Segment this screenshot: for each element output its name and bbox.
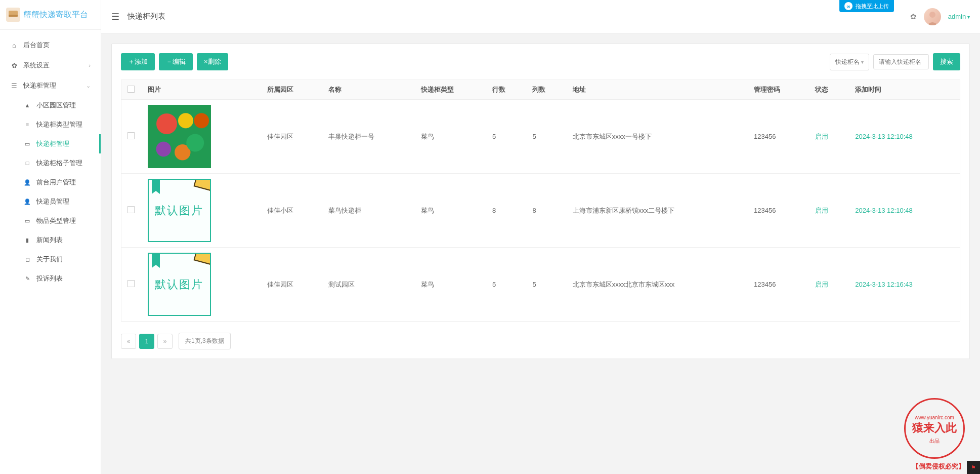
page-next[interactable]: » bbox=[157, 334, 173, 349]
cell-password: 123456 bbox=[748, 100, 809, 174]
nav-community[interactable]: ▲小区园区管理 bbox=[9, 96, 101, 115]
cell-cols: 5 bbox=[526, 248, 566, 322]
nav-label: 小区园区管理 bbox=[36, 101, 76, 110]
nav-front-user[interactable]: 👤前台用户管理 bbox=[9, 173, 101, 192]
cell-cols: 8 bbox=[526, 174, 566, 248]
th-created: 添加时间 bbox=[849, 80, 960, 100]
nav-sub-locker: ▲小区园区管理 ≡快递柜类型管理 ▭快递柜管理 □快递柜格子管理 👤前台用户管理… bbox=[0, 96, 101, 288]
cell-address: 上海市浦东新区康桥镇xxx二号楼下 bbox=[567, 174, 748, 248]
cell-created: 2024-3-13 12:10:48 bbox=[849, 174, 960, 248]
search-button[interactable]: 搜索 bbox=[933, 53, 960, 70]
cell-address: 北京市东城区xxxx一号楼下 bbox=[567, 100, 748, 174]
th-name: 名称 bbox=[322, 80, 415, 100]
cell-password: 123456 bbox=[748, 248, 809, 322]
nav-label: 后台首页 bbox=[23, 41, 50, 50]
search-input[interactable] bbox=[873, 54, 929, 69]
nav-label: 新闻列表 bbox=[36, 235, 63, 245]
pencil-icon: ✎ bbox=[23, 275, 31, 282]
row-image bbox=[148, 105, 211, 168]
edit-button[interactable]: －编辑 bbox=[159, 53, 193, 70]
nav-system[interactable]: ✿ 系统设置 › bbox=[0, 55, 101, 75]
nav-news[interactable]: ▮新闻列表 bbox=[9, 230, 101, 250]
chat-icon: ◻ bbox=[23, 256, 31, 263]
select-all-checkbox[interactable] bbox=[127, 86, 135, 93]
doc-icon: ▮ bbox=[23, 237, 31, 244]
nav-item-type[interactable]: ▭物品类型管理 bbox=[9, 211, 101, 230]
user-dropdown[interactable]: admin bbox=[948, 13, 970, 20]
cell-community: 佳佳园区 bbox=[261, 248, 322, 322]
folder-icon: ▭ bbox=[23, 218, 31, 224]
th-cols: 列数 bbox=[526, 80, 566, 100]
user-icon: 👤 bbox=[23, 179, 31, 186]
square-icon: □ bbox=[23, 160, 31, 166]
avatar[interactable] bbox=[924, 8, 941, 25]
nav-locker-mgmt[interactable]: ☰ 快递柜管理 ⌄ bbox=[0, 75, 101, 96]
pagination: « 1 » 共1页,3条数据 bbox=[121, 333, 960, 349]
upload-label: 拖拽至此上传 bbox=[856, 3, 889, 10]
cell-name: 测试园区 bbox=[322, 248, 415, 322]
table-row: 默认图片佳佳小区菜鸟快递柜菜鸟88上海市浦东新区康桥镇xxx二号楼下123456… bbox=[121, 174, 960, 248]
page-1[interactable]: 1 bbox=[139, 334, 154, 349]
page-prev[interactable]: « bbox=[121, 334, 136, 349]
nav-locker-type[interactable]: ≡快递柜类型管理 bbox=[9, 115, 101, 134]
corner-badge[interactable]: ⚑ bbox=[967, 461, 980, 474]
user-icon: 👤 bbox=[23, 199, 31, 205]
lines-icon: ≡ bbox=[23, 122, 31, 128]
nav-label: 快递柜格子管理 bbox=[36, 159, 82, 168]
add-button[interactable]: ＋添加 bbox=[121, 53, 155, 70]
nav-about[interactable]: ◻关于我们 bbox=[9, 250, 101, 269]
th-rows: 行数 bbox=[486, 80, 526, 100]
data-table: 图片 所属园区 名称 快递柜类型 行数 列数 地址 管理密码 状态 添加时间 佳 bbox=[121, 80, 960, 322]
nav-home[interactable]: ⌂ 后台首页 bbox=[0, 35, 101, 55]
cell-address: 北京市东城区xxxx北京市东城区xxx bbox=[567, 248, 748, 322]
main: ☰ 快递柜列表 ∞ 拖拽至此上传 ✿ admin ＋添加 －编辑 ×删除 bbox=[101, 0, 980, 474]
cell-rows: 5 bbox=[486, 248, 526, 322]
th-status: 状态 bbox=[809, 80, 849, 100]
cell-status: 启用 bbox=[809, 100, 849, 174]
cell-status: 启用 bbox=[809, 174, 849, 248]
toolbar: ＋添加 －编辑 ×删除 快递柜名 搜索 bbox=[121, 53, 960, 70]
nav-label: 系统设置 bbox=[23, 61, 50, 70]
chevron-right-icon: › bbox=[89, 62, 91, 68]
topbar: ☰ 快递柜列表 ∞ 拖拽至此上传 ✿ admin bbox=[101, 0, 980, 33]
triangle-icon: ▲ bbox=[23, 102, 31, 108]
upload-button[interactable]: ∞ 拖拽至此上传 bbox=[839, 0, 894, 12]
delete-button[interactable]: ×删除 bbox=[197, 53, 228, 70]
filter-select[interactable]: 快递柜名 bbox=[830, 54, 869, 70]
row-checkbox[interactable] bbox=[127, 206, 135, 213]
row-checkbox[interactable] bbox=[127, 280, 135, 287]
nav-locker-cell[interactable]: □快递柜格子管理 bbox=[9, 153, 101, 173]
cloud-icon: ∞ bbox=[844, 2, 853, 10]
nav-label: 前台用户管理 bbox=[36, 178, 76, 187]
panel: ＋添加 －编辑 ×删除 快递柜名 搜索 图片 所属园区 bbox=[111, 44, 970, 359]
content: ＋添加 －编辑 ×删除 快递柜名 搜索 图片 所属园区 bbox=[101, 33, 980, 474]
nav-label: 快递柜类型管理 bbox=[36, 120, 82, 129]
watermark-footer: 【倒卖侵权必究】 bbox=[912, 462, 965, 471]
cell-name: 丰巢快递柜一号 bbox=[322, 100, 415, 174]
th-image: 图片 bbox=[142, 80, 262, 100]
nav-locker[interactable]: ▭快递柜管理 bbox=[9, 134, 101, 153]
menu-toggle-icon[interactable]: ☰ bbox=[111, 11, 119, 22]
nav: ⌂ 后台首页 ✿ 系统设置 › ☰ 快递柜管理 ⌄ ▲小区园区管理 ≡快递柜类型… bbox=[0, 30, 101, 474]
sidebar: 蟹蟹快递寄取平台 ⌂ 后台首页 ✿ 系统设置 › ☰ 快递柜管理 ⌄ bbox=[0, 0, 101, 474]
row-checkbox[interactable] bbox=[127, 132, 135, 139]
nav-courier[interactable]: 👤快递员管理 bbox=[9, 192, 101, 211]
cell-rows: 5 bbox=[486, 100, 526, 174]
nav-label: 物品类型管理 bbox=[36, 216, 76, 225]
logo-text: 蟹蟹快递寄取平台 bbox=[23, 10, 88, 20]
settings-icon[interactable]: ✿ bbox=[910, 12, 917, 21]
cell-rows: 8 bbox=[486, 174, 526, 248]
cell-cols: 5 bbox=[526, 100, 566, 174]
list-icon: ☰ bbox=[10, 82, 18, 90]
chevron-down-icon: ⌄ bbox=[86, 83, 91, 89]
cell-created: 2024-3-13 12:16:43 bbox=[849, 248, 960, 322]
cell-type: 菜鸟 bbox=[415, 100, 486, 174]
logo: 蟹蟹快递寄取平台 bbox=[0, 0, 101, 30]
row-image: 默认图片 bbox=[148, 253, 211, 316]
cell-community: 佳佳园区 bbox=[261, 100, 322, 174]
logo-icon bbox=[6, 8, 20, 22]
nav-label: 快递员管理 bbox=[36, 197, 69, 206]
nav-complaint[interactable]: ✎投诉列表 bbox=[9, 269, 101, 288]
cell-created: 2024-3-13 12:10:48 bbox=[849, 100, 960, 174]
cell-name: 菜鸟快递柜 bbox=[322, 174, 415, 248]
